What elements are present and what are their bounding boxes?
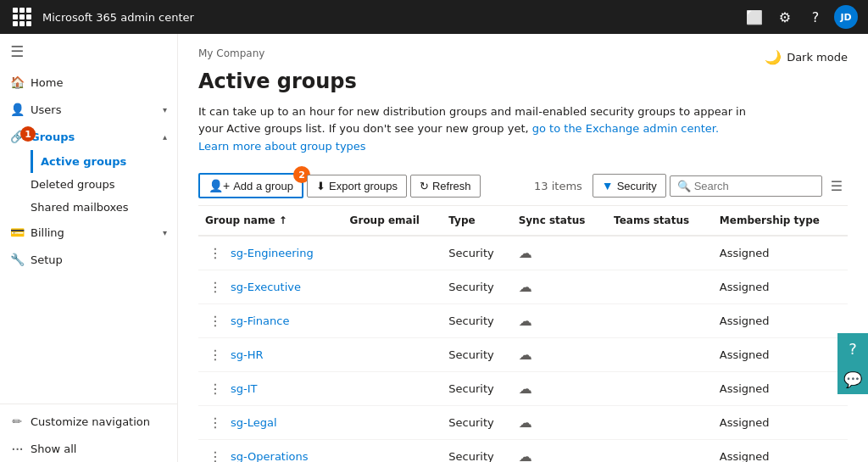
home-icon: 🏠 [10,75,24,89]
row-menu-icon[interactable]: ⋮ [205,448,225,462]
cell-membership: Assigned [713,406,848,440]
cell-membership: Assigned [713,372,848,406]
sync-icon: ☁ [519,245,532,261]
cell-type: Security [442,236,511,270]
row-menu-icon[interactable]: ⋮ [205,279,225,295]
col-teams-status: Teams status [607,206,713,236]
group-name-link[interactable]: sg-HR [231,348,264,361]
sidebar-item-customize[interactable]: ✏️ Customize navigation [0,408,177,435]
help-icon[interactable]: ? [804,5,827,29]
cell-email [343,406,442,440]
search-box: 🔍 [670,175,822,197]
topbar: Microsoft 365 admin center ⬜ ⚙ ? JD [0,0,868,34]
sidebar-item-billing[interactable]: 💳 Billing ▾ [0,219,177,246]
cell-email [343,236,442,270]
sidebar-item-shared-mailboxes[interactable]: Shared mailboxes [31,196,177,219]
sidebar-item-users[interactable]: 👤 Users ▾ [0,96,177,123]
refresh-button[interactable]: ↻ Refresh [410,175,481,198]
table-row[interactable]: ⋮ sg-Executive Security ☁ Assigned [198,270,848,304]
cell-email [343,440,442,463]
float-chat-icon: 💬 [843,370,862,388]
add-group-icon: 👤+ [209,179,230,192]
dark-mode-button[interactable]: 🌙 Dark mode [765,49,848,65]
sync-icon: ☁ [519,415,532,431]
group-name-link[interactable]: sg-Engineering [231,247,314,259]
page-title: Active groups [198,70,848,93]
cell-email [343,372,442,406]
cell-email [343,338,442,372]
groups-chevron: ▴ [163,132,167,142]
sync-icon: ☁ [519,381,532,397]
breadcrumb: My Company [198,47,264,59]
search-input[interactable] [694,180,815,192]
waffle-menu[interactable] [10,5,34,29]
group-name-link[interactable]: sg-Legal [231,416,277,429]
cell-teams [607,440,713,463]
cell-teams [607,372,713,406]
cell-sync: ☁ [512,236,607,270]
users-chevron: ▾ [163,105,167,114]
exchange-link[interactable]: go to the Exchange admin center. [532,122,719,135]
sidebar-item-show-all[interactable]: ··· Show all [0,435,177,462]
group-name-link[interactable]: sg-Operations [231,450,309,462]
filter-icon: ▼ [602,179,614,192]
cell-membership: Assigned [713,236,848,270]
sidebar-item-active-groups[interactable]: Active groups [31,150,177,173]
groups-badge: 1 [20,126,36,142]
cell-group-name: ⋮ sg-Legal [198,406,343,440]
cell-type: Security [442,406,511,440]
float-chat-button[interactable]: 💬 [837,364,868,394]
row-menu-icon[interactable]: ⋮ [205,313,225,329]
export-icon: ⬇ [316,180,326,192]
customize-icon: ✏️ [10,415,24,428]
add-group-button[interactable]: 👤+ Add a group [198,173,303,198]
dark-mode-label: Dark mode [787,51,848,64]
group-name-link[interactable]: sg-Finance [231,314,289,327]
table-row[interactable]: ⋮ sg-Operations Security ☁ Assigned [198,440,848,463]
avatar[interactable]: JD [834,5,858,29]
table-row[interactable]: ⋮ sg-HR Security ☁ Assigned [198,338,848,372]
cell-group-name: ⋮ sg-Engineering [198,236,343,270]
cell-type: Security [442,440,511,463]
cell-type: Security [442,372,511,406]
sidebar-item-home[interactable]: 🏠 Home [0,69,177,96]
group-name-link[interactable]: sg-Executive [231,281,301,293]
row-menu-icon[interactable]: ⋮ [205,347,225,363]
cell-membership: Assigned [713,440,848,463]
row-menu-icon[interactable]: ⋮ [205,245,225,261]
row-menu-icon[interactable]: ⋮ [205,415,225,431]
table-row[interactable]: ⋮ sg-Finance Security ☁ Assigned [198,304,848,338]
sidebar-item-deleted-groups[interactable]: Deleted groups [31,173,177,196]
floating-buttons: ? 💬 [837,333,868,394]
cell-group-name: ⋮ sg-IT [198,372,343,406]
monitor-icon[interactable]: ⬜ [743,5,766,29]
col-type: Type [442,206,511,236]
learn-more-link[interactable]: Learn more about group types [198,140,366,153]
view-options-icon[interactable]: ☰ [826,175,848,198]
float-help-button[interactable]: ? [837,333,868,364]
search-icon: 🔍 [677,180,691,192]
table-row[interactable]: ⋮ sg-Legal Security ☁ Assigned [198,406,848,440]
cell-teams [607,270,713,304]
float-help-icon: ? [849,340,857,358]
cell-membership: Assigned [713,270,848,304]
export-groups-button[interactable]: ⬇ Export groups [307,175,407,198]
setup-icon: 🔧 [10,253,24,266]
table-row[interactable]: ⋮ sg-Engineering Security ☁ Assigned [198,236,848,270]
cell-type: Security [442,304,511,338]
sidebar-item-setup[interactable]: 🔧 Setup [0,246,177,273]
col-group-name[interactable]: Group name ↑ [198,206,343,236]
filter-button[interactable]: ▼ Security [593,174,666,198]
sidebar-item-groups[interactable]: 🔗 Groups ▴ 1 [0,123,177,150]
main-content: My Company 🌙 Dark mode Active groups It … [178,34,868,462]
table-row[interactable]: ⋮ sg-IT Security ☁ Assigned [198,372,848,406]
cell-group-name: ⋮ sg-Executive [198,270,343,304]
users-icon: 👤 [10,103,24,116]
gear-icon[interactable]: ⚙ [773,5,797,29]
cell-type: Security [442,338,511,372]
items-count: 13 items [534,180,582,192]
group-name-link[interactable]: sg-IT [231,382,258,395]
cell-teams [607,406,713,440]
row-menu-icon[interactable]: ⋮ [205,381,225,397]
hamburger-menu[interactable]: ☰ [0,34,177,69]
